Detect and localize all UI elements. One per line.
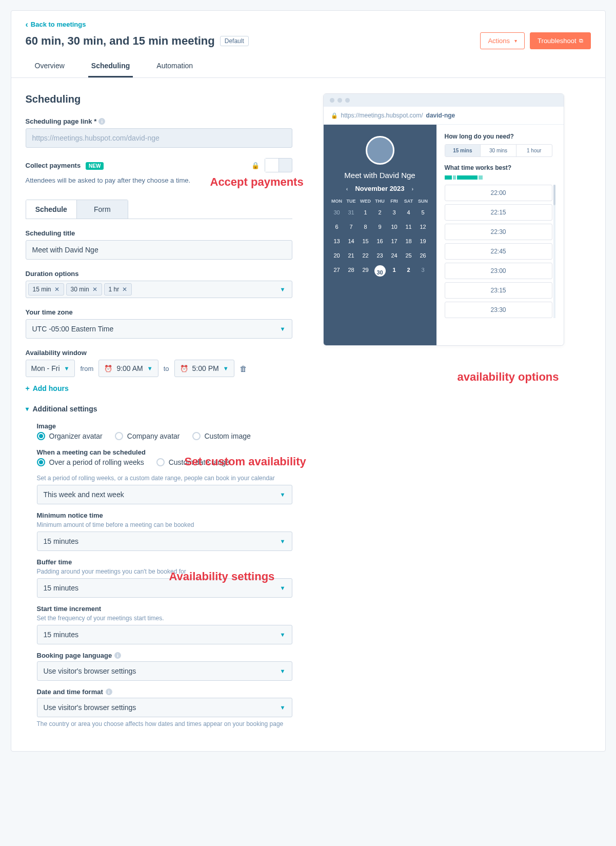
- time-slot[interactable]: 22:45: [445, 243, 552, 260]
- calendar-day[interactable]: 27: [330, 265, 344, 277]
- collect-payments-toggle[interactable]: [265, 158, 292, 172]
- duration-chip[interactable]: 30 min✕: [66, 283, 102, 296]
- calendar-day[interactable]: 21: [344, 251, 359, 260]
- rolling-period-select[interactable]: This week and next week ▼: [37, 485, 292, 504]
- duration-chip[interactable]: 15 min✕: [28, 283, 64, 296]
- radio-organizer-avatar[interactable]: Organizer avatar: [37, 432, 103, 440]
- chevron-down-icon: ▼: [280, 585, 286, 591]
- remove-chip-icon[interactable]: ✕: [122, 286, 127, 293]
- preview-column: 🔒 https://meetings.hubspot.com/david-nge…: [323, 93, 564, 731]
- tab-overview[interactable]: Overview: [32, 56, 68, 77]
- help-icon[interactable]: i: [98, 118, 105, 125]
- preview-duration-option[interactable]: 30 mins: [481, 145, 516, 156]
- scheduling-title-input[interactable]: [26, 240, 292, 260]
- radio-rolling-weeks[interactable]: Over a period of rolling weeks: [37, 458, 144, 466]
- duration-question: How long do you need?: [445, 133, 555, 140]
- radio-custom-image[interactable]: Custom image: [192, 432, 251, 440]
- preview-duration-option[interactable]: 1 hour: [516, 145, 552, 156]
- increment-select[interactable]: 15 minutes ▼: [37, 625, 292, 644]
- preview-duration-option[interactable]: 15 mins: [445, 145, 481, 156]
- calendar-day[interactable]: 11: [402, 222, 416, 231]
- back-to-meetings-link[interactable]: Back to meetings: [26, 21, 86, 28]
- time-slot[interactable]: 22:30: [445, 224, 552, 240]
- availability-from-value: 9:00 AM: [116, 364, 143, 372]
- calendar-day[interactable]: 10: [387, 222, 402, 231]
- time-slot[interactable]: 23:00: [445, 263, 552, 279]
- availability-to-select[interactable]: ⏰ 5:00 PM ▼: [174, 360, 234, 377]
- calendar-day[interactable]: 19: [416, 237, 430, 246]
- calendar-day[interactable]: 3: [387, 208, 402, 217]
- availability-from-select[interactable]: ⏰ 9:00 AM ▼: [98, 360, 158, 377]
- calendar-day[interactable]: 9: [373, 222, 387, 231]
- calendar-day[interactable]: 22: [359, 251, 373, 260]
- chevron-down-icon: ▼: [280, 668, 286, 674]
- availability-days-select[interactable]: Mon - Fri ▼: [26, 360, 75, 377]
- language-select[interactable]: Use visitor's browser settings ▼: [37, 661, 292, 681]
- add-hours-button[interactable]: Add hours: [26, 384, 69, 392]
- calendar-month: November 2023: [355, 185, 404, 192]
- time-slot[interactable]: 22:00: [445, 185, 552, 201]
- time-slot[interactable]: 23:30: [445, 302, 552, 318]
- calendar-day[interactable]: 30: [374, 265, 386, 277]
- troubleshoot-button[interactable]: Troubleshoot ⧉: [530, 32, 590, 49]
- calendar-day[interactable]: 4: [402, 208, 416, 217]
- prev-month-button[interactable]: ‹: [344, 186, 350, 192]
- additional-settings-toggle[interactable]: ▾ Additional settings: [26, 405, 292, 413]
- calendar-day[interactable]: 14: [344, 237, 359, 246]
- calendar-day[interactable]: 5: [416, 208, 430, 217]
- time-slot-list: 22:0022:1522:3022:4523:0023:1523:30: [445, 185, 555, 318]
- min-notice-select[interactable]: 15 minutes ▼: [37, 532, 292, 551]
- buffer-select[interactable]: 15 minutes ▼: [37, 578, 292, 598]
- calendar-day[interactable]: 2: [373, 208, 387, 217]
- tab-scheduling[interactable]: Scheduling: [88, 56, 133, 77]
- radio-custom-date-range[interactable]: Custom date range: [156, 458, 230, 466]
- rolling-hint: Set a period of rolling weeks, or a cust…: [37, 475, 292, 482]
- calendar-day[interactable]: 12: [416, 222, 430, 231]
- help-icon[interactable]: i: [106, 688, 112, 695]
- dateformat-select[interactable]: Use visitor's browser settings ▼: [37, 698, 292, 717]
- time-slot[interactable]: 23:15: [445, 282, 552, 299]
- tab-automation[interactable]: Automation: [153, 56, 196, 77]
- subtab-form[interactable]: Form: [77, 200, 128, 219]
- calendar-day[interactable]: 24: [387, 251, 402, 260]
- calendar-day[interactable]: 13: [330, 237, 344, 246]
- remove-chip-icon[interactable]: ✕: [92, 286, 97, 293]
- next-month-button[interactable]: ›: [410, 186, 416, 192]
- image-label: Image: [37, 422, 292, 430]
- delete-availability-row[interactable]: 🗑: [240, 364, 247, 373]
- timezone-select[interactable]: UTC -05:00 Eastern Time ▼: [26, 319, 292, 339]
- calendar-day[interactable]: 16: [373, 237, 387, 246]
- calendar-day[interactable]: 25: [402, 251, 416, 260]
- calendar-week-row: 303112345: [330, 208, 430, 217]
- calendar-day[interactable]: 20: [330, 251, 344, 260]
- preview-url-prefix: https://meetings.hubspot.com/: [341, 112, 423, 119]
- calendar-day[interactable]: 23: [373, 251, 387, 260]
- calendar-day[interactable]: 18: [402, 237, 416, 246]
- scheduling-link-input[interactable]: [26, 128, 292, 148]
- calendar-day[interactable]: 28: [344, 265, 359, 277]
- calendar-day[interactable]: 17: [387, 237, 402, 246]
- scrollbar[interactable]: [553, 185, 555, 318]
- calendar-day[interactable]: 1: [359, 208, 373, 217]
- calendar-day[interactable]: 7: [344, 222, 359, 231]
- help-icon[interactable]: i: [114, 652, 121, 659]
- calendar-day[interactable]: 6: [330, 222, 344, 231]
- calendar-day[interactable]: 26: [416, 251, 430, 260]
- to-label: to: [164, 365, 169, 372]
- calendar-day[interactable]: 8: [359, 222, 373, 231]
- dow-cell: TUE: [344, 199, 359, 204]
- actions-button[interactable]: Actions: [480, 32, 525, 49]
- scheduling-link-label: Scheduling page link * i: [26, 117, 292, 125]
- availability-heatmap: [445, 175, 555, 180]
- radio-company-avatar[interactable]: Company avatar: [115, 432, 180, 440]
- calendar-day[interactable]: 29: [359, 265, 373, 277]
- collect-payments-desc: Attendees will be asked to pay after the…: [26, 176, 292, 184]
- preview-url-bar: 🔒 https://meetings.hubspot.com/david-nge: [324, 107, 564, 125]
- remove-chip-icon[interactable]: ✕: [54, 286, 59, 293]
- subtab-schedule[interactable]: Schedule: [26, 200, 77, 219]
- time-slot[interactable]: 22:15: [445, 204, 552, 221]
- duration-chips[interactable]: 15 min✕30 min✕1 hr✕▼: [26, 281, 292, 298]
- increment-label: Start time increment: [37, 605, 292, 613]
- duration-chip[interactable]: 1 hr✕: [104, 283, 132, 296]
- calendar-day[interactable]: 15: [359, 237, 373, 246]
